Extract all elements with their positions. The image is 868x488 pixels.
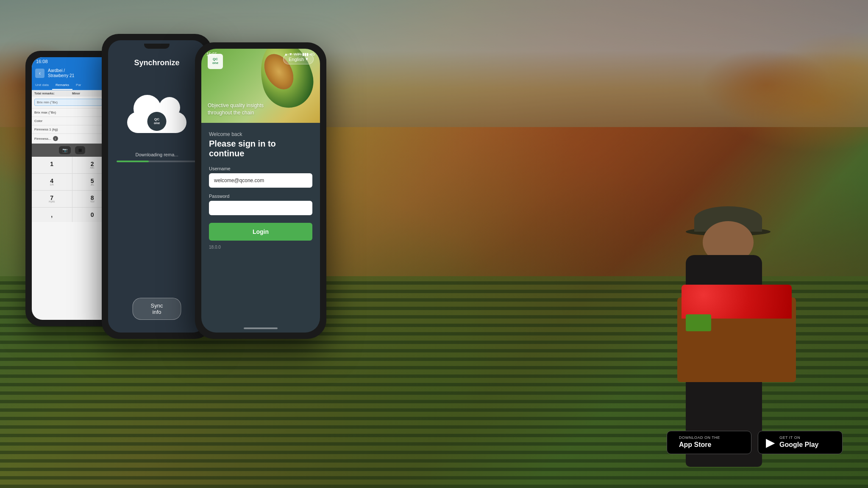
tagline-line1: Objective quality insights [208,102,264,109]
key-comma[interactable]: , [32,208,72,222]
tagline: Objective quality insights throughout th… [208,102,264,116]
phone1-title-line1: Aardbei / [48,68,74,73]
brix-max-label: Brix max (°Bx) [34,110,110,115]
color-label: Color [34,118,110,124]
scan-icon: ⊞ [78,148,82,152]
welcome-text: Welcome back [209,131,312,137]
back-icon: ‹ [39,70,41,76]
phone2-status-bar [108,40,206,52]
notch [144,44,170,49]
apple-store-main: App Store [679,441,720,449]
phones-container: 16:08 ‹ Aardbei / Strawberry 21 Unit dat… [25,34,356,364]
qc-logo: QC one [208,54,223,69]
login-button[interactable]: Login [209,223,312,241]
key-4[interactable]: 4 GHI [32,174,72,190]
home-indicator [244,327,278,329]
phone1-title: Aardbei / Strawberry 21 [48,68,74,78]
phone1-title-line2: Strawberry 21 [48,73,74,78]
username-label: Username [209,166,312,171]
key-4-number: 4 [36,178,68,184]
chevron-down-icon: ▾ [306,56,308,62]
password-input[interactable] [209,201,312,215]
phone1-screen: 16:08 ‹ Aardbei / Strawberry 21 Unit dat… [32,57,112,320]
downloading-text: Downloading rema... [108,144,206,161]
app-store-buttons: Download on the App Store ▶ GET IT ON Go… [667,431,843,454]
login-area: Welcome back Please sign in to continue … [201,123,320,258]
table-header: Total remarks: Minor [32,90,112,97]
row-color: Color [32,117,112,125]
apple-store-sub: Download on the [679,435,720,441]
qc-logo-line2: one [212,61,218,65]
google-play-icon: ▶ [766,435,775,449]
row-brix-max: Brix max (°Bx) [32,108,112,117]
phone3-login: 15:55 ▲ ▼ WiFi ▮▮▮ 4G QC one English ▾ [195,42,326,339]
phone1-content: Total remarks: Minor Brix min (°Bx) Brix… [32,90,112,144]
row-firmness2: Firmness... i [32,134,112,144]
google-play-sub: GET IT ON [779,435,818,441]
phone1-time: 16:08 [36,59,48,64]
google-play-button[interactable]: ▶ GET IT ON Google Play [758,431,843,454]
camera-button[interactable]: 📷 [59,146,71,154]
back-button[interactable]: ‹ [35,69,45,78]
col1-header: Total remarks: [34,92,72,95]
brix-min-input[interactable]: Brix min (°Bx) [34,99,102,106]
key-comma-symbol: , [36,212,68,218]
row-brix-min: Brix min (°Bx) [32,97,112,108]
google-play-text: GET IT ON Google Play [779,435,818,449]
strawberry-content [682,285,792,319]
tab-par[interactable]: Par [72,81,84,90]
avocado-banner: 15:55 ▲ ▼ WiFi ▮▮▮ 4G QC one English ▾ [201,49,320,123]
tagline-line2: throughout the chain [208,109,264,116]
language-label: English [289,57,304,62]
qc-logo-in-cloud: QC one [147,112,167,131]
sync-button[interactable]: Sync info [133,298,181,320]
key-7-number: 7 [36,195,68,201]
apple-store-text: Download on the App Store [679,435,720,449]
row-firmness1: Firmness 1 (kg) [32,125,112,134]
apple-app-store-button[interactable]: Download on the App Store [667,431,751,454]
phone3-screen: 15:55 ▲ ▼ WiFi ▮▮▮ 4G QC one English ▾ [201,49,320,333]
phone1-nav-bar: ‹ Aardbei / Strawberry 21 [32,66,112,81]
scan-button[interactable]: ⊞ [75,146,85,154]
tab-unit-data[interactable]: Unit data [32,81,52,90]
firmness2-label: Firmness... i [34,135,110,142]
qc-brand: QC one [208,54,223,69]
signin-title: Please sign in to continue [209,139,312,158]
camera-icon: 📷 [62,148,67,152]
key-7[interactable]: 7 PQRS [32,191,72,207]
farmer-figure [648,191,796,467]
version-text: 18.0.0 [209,245,312,250]
progress-fill [117,161,149,162]
strawberry-label [686,314,711,331]
strawberry-box [677,297,796,382]
phone2-screen: Synchronize QC one Downloading rema... S… [108,40,206,333]
phone1-tabs: Unit data Remarks Par [32,81,112,90]
key-1-number: 1 [36,161,68,167]
tab-remarks[interactable]: Remarks [52,81,72,90]
phone1-status-bar: 16:08 [32,57,112,66]
google-play-main: Google Play [779,441,818,449]
cloud-icon: QC one [127,95,186,133]
password-label: Password [209,194,312,199]
keypad: 1 2 ABC 4 GHI 5 JKL 7 PQRS [32,157,112,222]
info-icon: i [53,136,58,141]
progress-bar [117,161,197,162]
cloud-wrapper: QC one [108,89,206,139]
key-1[interactable]: 1 [32,157,72,173]
language-button[interactable]: English ▾ [283,54,314,64]
username-input[interactable] [209,173,312,188]
sync-title: Synchronize [108,52,206,80]
firmness1-label: Firmness 1 (kg) [34,127,110,132]
camera-bar: 📷 ⊞ [32,144,112,157]
